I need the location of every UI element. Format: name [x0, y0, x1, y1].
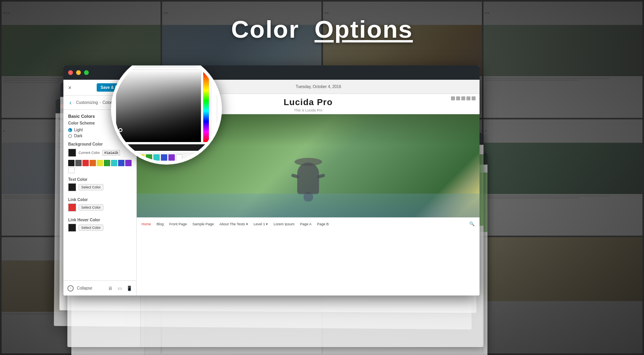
text-color-section: Text Color Select Color: [63, 177, 136, 194]
breadcrumb-back-icon[interactable]: ‹: [67, 99, 75, 107]
desktop-icon[interactable]: 🖥: [107, 285, 113, 292]
breadcrumb-customizing: Customizing: [76, 100, 98, 105]
social-icon-tw: [456, 96, 460, 100]
window-max-btn[interactable]: [84, 70, 89, 75]
background-color-row: Current Color #1a1a1b: [68, 149, 132, 157]
mobile-icon[interactable]: 📱: [126, 285, 132, 292]
site-nav: Home Blog Front Page Sample Page About T…: [137, 217, 480, 230]
current-color-label: Current Color: [78, 151, 100, 155]
nav-item-lorem[interactable]: Lorem Ipsum: [273, 222, 294, 226]
link-color-section: Link Color Select Color: [63, 198, 136, 215]
picker-cursor: [118, 128, 122, 132]
nav-item-pageb[interactable]: Page B: [317, 222, 329, 226]
link-hover-select-color-btn[interactable]: Select Color: [78, 225, 103, 231]
title-area: Color Options: [0, 15, 644, 43]
link-select-color-btn[interactable]: Select Color: [78, 204, 103, 211]
text-color-swatch[interactable]: [68, 183, 76, 191]
text-color-row: Select Color: [68, 183, 132, 191]
radio-light-icon: [68, 128, 72, 132]
palette-green[interactable]: [104, 160, 110, 166]
water-reflection: [137, 194, 480, 217]
link-hover-color-row: Select Color: [68, 224, 132, 232]
palette-cyan[interactable]: [111, 160, 117, 166]
tablet-icon[interactable]: ▭: [117, 285, 123, 292]
color-palette: [68, 160, 132, 173]
bottom-icons: 🖥 ▭ 📱: [107, 285, 132, 292]
swatch-white[interactable]: [176, 154, 182, 161]
social-icon-yt: [472, 96, 476, 100]
background-hex-value: #1a1a1b: [102, 150, 120, 155]
breadcrumb-separator: ›: [99, 100, 101, 105]
palette-yellow[interactable]: [97, 160, 103, 166]
collapse-label: Collapse: [77, 286, 92, 290]
palette-orange[interactable]: [90, 160, 96, 166]
swatch-purple[interactable]: [168, 154, 175, 161]
link-color-row: Select Color: [68, 203, 132, 211]
text-select-color-btn[interactable]: Select Color: [78, 184, 103, 190]
nav-item-home[interactable]: Home: [141, 222, 151, 226]
link-hover-color-swatch[interactable]: [68, 224, 76, 232]
customizer-bottom: + Collapse 🖥 ▭ 📱: [63, 280, 136, 296]
wp-customizer-window: × Save & Publish ‹ Customizing › Color O…: [63, 65, 480, 296]
palette-dark-gray[interactable]: [75, 160, 82, 166]
picker-current-color-preview: [116, 144, 217, 151]
palette-white[interactable]: [68, 167, 75, 173]
nav-item-level1[interactable]: Level 1 ▾: [254, 222, 268, 226]
nav-item-samplepage[interactable]: Sample Page: [193, 222, 214, 226]
nav-item-pagea[interactable]: Page A: [300, 222, 311, 226]
collapse-dot-icon: +: [67, 285, 74, 292]
swatch-green[interactable]: [146, 154, 152, 161]
nav-item-frontpage[interactable]: Front Page: [169, 222, 187, 226]
radio-dark-icon: [68, 134, 72, 138]
palette-black[interactable]: [68, 160, 75, 166]
window-min-btn[interactable]: [76, 70, 81, 75]
palette-red[interactable]: [82, 160, 89, 166]
text-color-label: Text Color: [68, 177, 132, 182]
link-hover-color-label: Link Hover Color: [68, 218, 132, 222]
palette-purple[interactable]: [125, 160, 132, 166]
picker-hue-strip[interactable]: [203, 69, 209, 142]
site-social-icons: [451, 96, 476, 100]
social-icon-gp: [461, 96, 465, 100]
picker-main-gradient[interactable]: [116, 69, 201, 142]
link-color-swatch[interactable]: [68, 203, 76, 211]
page-title: Color Options: [0, 15, 644, 43]
social-icon-fb: [451, 96, 455, 100]
nav-item-about[interactable]: About The Tests ▾: [220, 222, 248, 226]
main-content: Customizing Color Options Lucida Pro: [63, 58, 581, 335]
title-options-word: Options: [315, 15, 413, 43]
palette-blue[interactable]: [118, 160, 124, 166]
picker-popup-inner: Current Color Default: [114, 65, 219, 161]
sidebar-close-icon[interactable]: ×: [67, 84, 73, 91]
radio-dark-label: Dark: [74, 134, 82, 138]
background-color-section: Background Color Current Color #1a1a1b: [63, 142, 136, 177]
swatch-blue[interactable]: [161, 154, 167, 161]
nav-search-icon[interactable]: 🔍: [469, 221, 475, 226]
swatch-cyan[interactable]: [153, 154, 160, 161]
link-color-label: Link Color: [68, 198, 132, 202]
link-hover-color-section: Link Hover Color Select Color: [63, 218, 136, 235]
social-icon-pi: [466, 96, 470, 100]
picker-gradient-area: [114, 68, 219, 144]
radio-light-label: Light: [74, 128, 83, 132]
window-close-btn[interactable]: [68, 70, 73, 75]
title-color-word: Color: [231, 15, 299, 43]
background-color-swatch[interactable]: [68, 149, 76, 157]
content-wrapper: Customizing Color Options Lucida Pro: [63, 58, 581, 335]
nav-item-blog[interactable]: Blog: [157, 222, 164, 226]
